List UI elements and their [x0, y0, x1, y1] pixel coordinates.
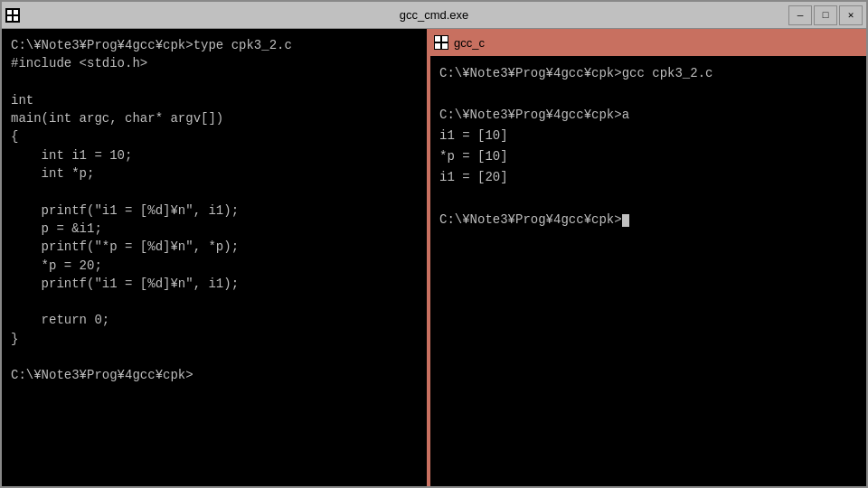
svg-rect-4 [14, 16, 18, 21]
left-terminal-line: p = &i1; [11, 220, 418, 238]
svg-rect-9 [442, 43, 448, 49]
left-terminal-line: C:\¥Note3¥Prog¥4gcc¥cpk> [11, 366, 418, 384]
svg-rect-6 [435, 36, 440, 42]
right-title-bar: gcc_c [430, 29, 866, 56]
left-terminal-line: printf("*p = [%d]¥n", *p); [11, 238, 418, 256]
right-terminal-line: i1 = [10] [439, 126, 857, 146]
right-window-icon [434, 35, 448, 50]
right-terminal-line: i1 = [20] [439, 167, 857, 188]
left-terminal-line: } [11, 330, 418, 348]
right-terminal-line [439, 84, 857, 105]
right-terminal-line: *p = [10] [439, 146, 857, 167]
svg-rect-7 [442, 36, 448, 42]
left-terminal-line: *p = 20; [11, 257, 418, 275]
right-window-title: gcc_c [454, 36, 485, 50]
right-terminal-line [439, 189, 857, 210]
right-terminal-line: C:\¥Note3¥Prog¥4gcc¥cpk>gcc cpk3_2.c [439, 63, 857, 84]
left-terminal-line: printf("i1 = [%d]¥n", i1); [11, 202, 418, 220]
left-terminal-line: int [11, 91, 418, 109]
title-controls: — □ ✕ [788, 5, 863, 25]
right-terminal-pane: C:\¥Note3¥Prog¥4gcc¥cpk>gcc cpk3_2.c C:\… [430, 56, 866, 486]
svg-rect-1 [7, 10, 12, 14]
left-terminal-line: int i1 = 10; [11, 146, 418, 164]
left-terminal-line: C:\¥Note3¥Prog¥4gcc¥cpk>type cpk3_2.c [11, 36, 418, 54]
terminal-cursor [622, 214, 629, 227]
right-pane: gcc_c C:\¥Note3¥Prog¥4gcc¥cpk>gcc cpk3_2… [430, 29, 866, 486]
title-bar: gcc_cmd.exe — □ ✕ [2, 2, 866, 29]
left-terminal-line: int *p; [11, 164, 418, 183]
svg-rect-2 [14, 10, 18, 14]
svg-rect-8 [435, 43, 440, 49]
left-terminal-line: { [11, 127, 418, 145]
left-terminal-pane: C:\¥Note3¥Prog¥4gcc¥cpk>type cpk3_2.c#in… [2, 29, 427, 486]
left-terminal-line: #include <stdio.h> [11, 54, 418, 72]
left-terminal-line: printf("i1 = [%d]¥n", i1); [11, 275, 418, 293]
left-terminal-line [11, 183, 418, 201]
right-terminal-line: C:\¥Note3¥Prog¥4gcc¥cpk> [439, 210, 857, 230]
left-terminal-line [11, 73, 418, 91]
close-button[interactable]: ✕ [839, 5, 863, 25]
left-terminal-line: main(int argc, char* argv[]) [11, 109, 418, 127]
main-window: gcc_cmd.exe — □ ✕ C:\¥Note3¥Prog¥4gcc¥cp… [0, 0, 868, 488]
maximize-button[interactable]: □ [814, 5, 837, 25]
svg-rect-3 [7, 16, 12, 21]
minimize-button[interactable]: — [788, 5, 812, 25]
left-terminal-line [11, 293, 418, 311]
left-terminal-line [11, 348, 418, 366]
right-terminal-line: C:\¥Note3¥Prog¥4gcc¥cpk>a [439, 105, 857, 126]
window-title: gcc_cmd.exe [400, 8, 469, 22]
left-terminal-line: return 0; [11, 311, 418, 329]
content-area: C:\¥Note3¥Prog¥4gcc¥cpk>type cpk3_2.c#in… [2, 29, 866, 486]
title-bar-left [5, 8, 20, 23]
window-icon [5, 8, 20, 23]
